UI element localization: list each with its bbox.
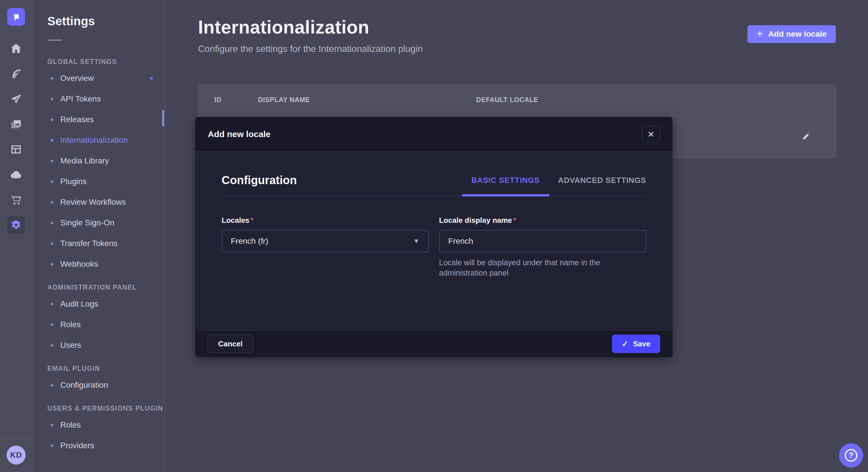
sidebar-item-releases[interactable]: Releases bbox=[32, 109, 165, 130]
check-icon: ✓ bbox=[622, 339, 628, 349]
display-name-helper-text: Locale will be displayed under that name… bbox=[439, 258, 646, 278]
add-new-locale-label: Add new locale bbox=[768, 30, 827, 39]
chevron-down-icon: ▼ bbox=[413, 237, 420, 245]
subnav-section-administration-panel: ADMINISTRATION PANEL Audit Logs Roles Us… bbox=[32, 283, 165, 356]
strapi-logo-icon bbox=[10, 11, 22, 23]
settings-tabs: BASIC SETTINGS ADVANCED SETTINGS bbox=[471, 176, 646, 187]
rail-home-button[interactable] bbox=[3, 36, 29, 61]
tab-advanced-settings[interactable]: ADVANCED SETTINGS bbox=[558, 176, 646, 187]
modal-footer: Cancel ✓ Save bbox=[195, 330, 673, 357]
main-nav-rail: KD bbox=[0, 0, 32, 472]
locales-table-header: ID DISPLAY NAME DEFAULT LOCALE bbox=[198, 85, 836, 115]
display-name-input[interactable] bbox=[439, 230, 646, 252]
column-header-id: ID bbox=[214, 96, 258, 104]
sidebar-item-api-tokens[interactable]: API Tokens bbox=[32, 89, 165, 109]
sidebar-item-email-configuration[interactable]: Configuration bbox=[32, 375, 165, 396]
question-mark-icon: ? bbox=[845, 449, 857, 462]
rail-media-library-button[interactable] bbox=[3, 111, 29, 137]
rail-settings-button[interactable] bbox=[3, 212, 29, 238]
add-locale-modal: Add new locale ✕ Configuration BASIC SET… bbox=[195, 117, 673, 357]
settings-active-pill bbox=[7, 216, 25, 234]
modal-header: Add new locale ✕ bbox=[195, 117, 673, 152]
avatar[interactable]: KD bbox=[7, 446, 26, 465]
column-header-display-name: DISPLAY NAME bbox=[258, 96, 476, 104]
sidebar-item-up-roles[interactable]: Roles bbox=[32, 415, 165, 435]
bullet-icon bbox=[51, 242, 53, 245]
bullet-icon bbox=[51, 160, 53, 162]
bullet-icon bbox=[51, 424, 53, 427]
main-content: Internationalization Configure the setti… bbox=[165, 0, 868, 472]
gear-icon bbox=[9, 218, 23, 232]
sidebar-item-review-workflows[interactable]: Review Workflows bbox=[32, 192, 165, 212]
required-asterisk: * bbox=[513, 216, 516, 225]
locales-label: Locales* bbox=[222, 216, 429, 225]
locales-select[interactable]: French (fr) ▼ bbox=[222, 230, 429, 252]
subnav-title-divider bbox=[48, 40, 62, 41]
notification-dot-icon bbox=[150, 77, 153, 80]
layout-icon bbox=[9, 143, 23, 156]
subnav-section-header: GLOBAL SETTINGS bbox=[48, 58, 165, 66]
display-name-field: Locale display name* Locale will be disp… bbox=[439, 216, 646, 278]
sidebar-item-plugins[interactable]: Plugins bbox=[32, 171, 165, 192]
sidebar-item-admin-roles[interactable]: Roles bbox=[32, 314, 165, 335]
help-button[interactable]: ? bbox=[839, 443, 863, 467]
page-title: Internationalization bbox=[198, 16, 836, 38]
paper-plane-icon bbox=[9, 92, 23, 105]
sidebar-item-overview[interactable]: Overview bbox=[32, 68, 165, 89]
rail-cloud-button[interactable] bbox=[3, 162, 29, 187]
strapi-logo[interactable] bbox=[7, 8, 25, 26]
bullet-icon bbox=[51, 384, 53, 386]
sidebar-item-internationalization[interactable]: Internationalization bbox=[32, 130, 165, 150]
sidebar-item-webhooks[interactable]: Webhooks bbox=[32, 254, 165, 274]
locale-form: Locales* French (fr) ▼ Locale display na… bbox=[222, 216, 646, 278]
locales-field: Locales* French (fr) ▼ bbox=[222, 216, 429, 278]
subnav-section-header: EMAIL PLUGIN bbox=[48, 365, 165, 372]
modal-title: Add new locale bbox=[208, 129, 270, 139]
close-button[interactable]: ✕ bbox=[642, 126, 660, 142]
add-new-locale-button[interactable]: + Add new locale bbox=[747, 25, 836, 43]
subnav-section-email-plugin: EMAIL PLUGIN Configuration bbox=[32, 365, 165, 396]
sidebar-item-single-sign-on[interactable]: Single Sign-On bbox=[32, 212, 165, 233]
sidebar-item-admin-users[interactable]: Users bbox=[32, 335, 165, 356]
rail-releases-button[interactable] bbox=[3, 86, 29, 111]
subnav-title: Settings bbox=[48, 14, 165, 28]
rail-bottom-divider bbox=[0, 439, 32, 439]
tab-basic-settings[interactable]: BASIC SETTINGS bbox=[471, 176, 539, 187]
save-button-label: Save bbox=[633, 339, 650, 348]
column-header-default-locale: DEFAULT LOCALE bbox=[476, 96, 820, 104]
rail-divider bbox=[0, 32, 32, 32]
home-icon bbox=[9, 42, 23, 55]
subnav-section-header: USERS & PERMISSIONS PLUGIN bbox=[48, 405, 165, 412]
sidebar-item-up-providers[interactable]: Providers bbox=[32, 435, 165, 456]
bullet-icon bbox=[51, 77, 53, 80]
bullet-icon bbox=[51, 303, 53, 305]
sidebar-item-media-library[interactable]: Media Library bbox=[32, 150, 165, 171]
subnav-section-users-permissions-plugin: USERS & PERMISSIONS PLUGIN Roles Provide… bbox=[32, 405, 165, 456]
locales-select-value: French (fr) bbox=[231, 237, 268, 246]
page-header: Internationalization Configure the setti… bbox=[165, 0, 868, 54]
save-button[interactable]: ✓ Save bbox=[612, 335, 660, 353]
plus-icon: + bbox=[756, 28, 763, 39]
bullet-icon bbox=[51, 222, 53, 224]
images-icon bbox=[9, 117, 23, 131]
edit-locale-button[interactable] bbox=[796, 126, 817, 148]
required-asterisk: * bbox=[251, 216, 253, 225]
modal-body: Configuration BASIC SETTINGS ADVANCED SE… bbox=[195, 174, 673, 278]
rail-marketplace-button[interactable] bbox=[3, 187, 29, 212]
rail-content-manager-button[interactable] bbox=[3, 137, 29, 162]
bullet-icon bbox=[51, 119, 53, 121]
bullet-icon bbox=[51, 180, 53, 183]
settings-subnav: Settings GLOBAL SETTINGS Overview API To… bbox=[32, 0, 165, 472]
subnav-scrollbar-thumb[interactable] bbox=[162, 110, 164, 127]
sidebar-item-transfer-tokens[interactable]: Transfer Tokens bbox=[32, 233, 165, 254]
bullet-icon bbox=[51, 201, 53, 204]
cancel-button[interactable]: Cancel bbox=[208, 335, 253, 353]
configuration-section-header: Configuration BASIC SETTINGS ADVANCED SE… bbox=[222, 174, 646, 196]
bullet-icon bbox=[51, 263, 53, 266]
cart-icon bbox=[9, 193, 23, 206]
configuration-title: Configuration bbox=[222, 174, 297, 187]
rail-content-builder-button[interactable] bbox=[3, 61, 29, 86]
pencil-icon bbox=[801, 131, 811, 141]
sidebar-item-audit-logs[interactable]: Audit Logs bbox=[32, 294, 165, 314]
display-name-label: Locale display name* bbox=[439, 216, 646, 225]
